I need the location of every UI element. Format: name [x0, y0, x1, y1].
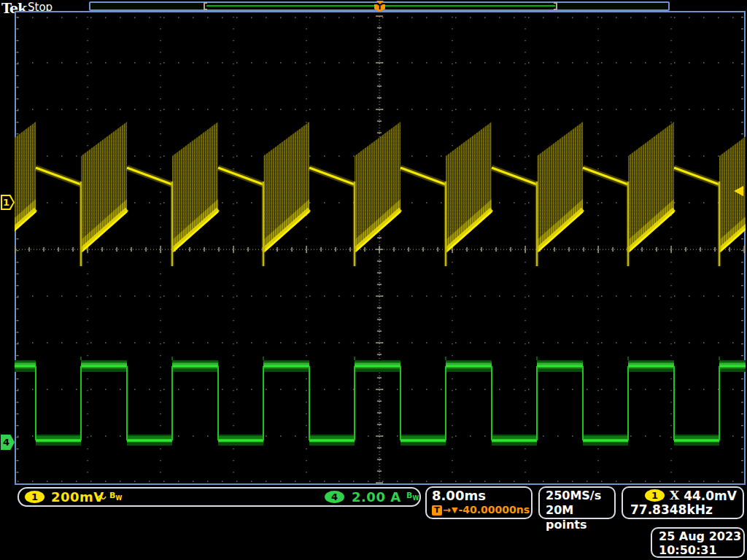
acquisition-readout-box[interactable]: 250MS/s 20M points	[538, 486, 616, 519]
trigger-slope-icon: X	[670, 488, 679, 502]
channel-readout-box[interactable]: 1 200mV BW 4 2.00 A BW	[18, 487, 421, 507]
trigger-delay-readout: T→▼-40.00000ns	[432, 503, 531, 517]
triangle-down-icon: ▼	[452, 503, 457, 517]
ch4-badge[interactable]: 4	[325, 491, 344, 503]
ch1-marker-label: 1	[1, 196, 12, 209]
sample-rate: 250MS/s	[546, 489, 614, 503]
horizontal-readout-box[interactable]: 8.00ms T→▼-40.00000ns	[425, 486, 533, 519]
horizontal-scale: 8.00ms	[432, 489, 531, 503]
ch4-scale: 2.00 A	[352, 489, 401, 505]
trigger-frequency: 77.8348kHz	[630, 502, 713, 517]
time-label: 10:50:31	[659, 543, 743, 557]
ch4-marker-label: 4	[1, 436, 12, 448]
ac-coupling-icon	[96, 493, 109, 502]
oscilloscope-screen: { "header": { "logo": "Tek", "acq_state"…	[0, 0, 747, 560]
date-label: 25 Aug 2023	[659, 529, 743, 543]
ch4-bandwidth-icon: BW	[406, 491, 419, 502]
record-view-bracket-right	[554, 2, 557, 10]
datetime-box: 25 Aug 2023 10:50:31	[651, 527, 745, 558]
trigger-source-badge: 1	[645, 489, 665, 502]
ch4-position-marker[interactable]: 4	[1, 435, 15, 450]
trigger-readout-box[interactable]: 1 X 44.0mV 77.8348kHz	[622, 486, 744, 519]
ch1-bandwidth-icon: BW	[109, 491, 122, 502]
record-view-bracket-left	[204, 2, 207, 10]
arrow-right-icon: →	[443, 503, 451, 517]
trigger-t-icon: T	[432, 505, 442, 516]
ch1-position-marker[interactable]: 1	[1, 195, 15, 210]
waveform-canvas	[15, 11, 746, 485]
trigger-delay-value: -40.00000ns	[458, 503, 530, 517]
record-points: 20M points	[546, 503, 614, 532]
trigger-position-arrow-icon	[376, 1, 384, 4]
trigger-level: 44.0mV	[684, 489, 737, 503]
ch1-badge[interactable]: 1	[25, 491, 44, 503]
graticule-display	[15, 11, 746, 485]
